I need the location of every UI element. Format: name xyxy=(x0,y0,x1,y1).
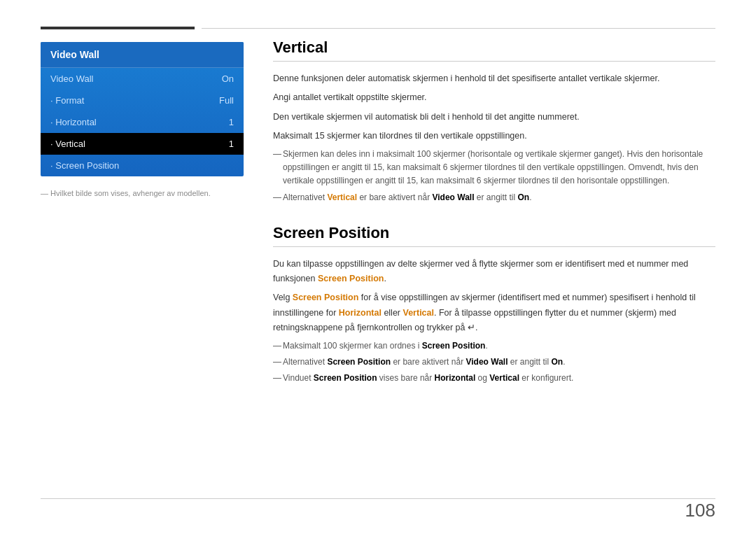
sp-note1-h1: Screen Position xyxy=(422,341,486,351)
section-screenposition-body: Du kan tilpasse oppstillingen av delte s… xyxy=(273,257,715,386)
vertical-para-1: Denne funksjonen deler automatisk skjerm… xyxy=(273,71,715,86)
sidebar-item-horizontal-label: · Horizontal xyxy=(50,117,97,127)
vertical-para-4: Maksimalt 15 skjermer kan tilordnes til … xyxy=(273,129,715,143)
section-vertical-title: Vertical xyxy=(273,38,715,62)
sidebar-item-vertical-label: · Vertical xyxy=(50,139,85,149)
sp-note3-h1: Screen Position xyxy=(314,373,377,383)
sidebar-item-vertical[interactable]: · Vertical 1 xyxy=(41,133,244,155)
sidebar-item-format-label: · Format xyxy=(50,95,84,106)
vertical-note-1: Skjermen kan deles inn i maksimalt 100 s… xyxy=(273,148,715,188)
screenposition-note-3: Vinduet Screen Position vises bare når H… xyxy=(273,372,715,385)
section-vertical-body: Denne funksjonen deler automatisk skjerm… xyxy=(273,71,715,204)
top-line-light xyxy=(202,28,715,29)
sp-note3-h2: Horizontal xyxy=(435,373,476,383)
section-vertical: Vertical Denne funksjonen deler automati… xyxy=(273,38,715,204)
screenposition-para-1: Du kan tilpasse oppstillingen av delte s… xyxy=(273,257,715,287)
sidebar-item-format-value: Full xyxy=(219,95,234,106)
sidebar-item-horizontal-value: 1 xyxy=(229,117,234,127)
section-screenposition-title: Screen Position xyxy=(273,224,715,247)
vertical-para-2: Angi antallet vertikalt oppstilte skjerm… xyxy=(273,90,715,105)
vertical-note2-videowall-highlight: Video Wall xyxy=(432,192,474,202)
vertical-note2-vertical-highlight: Vertical xyxy=(327,192,357,202)
bottom-divider-line xyxy=(41,498,715,499)
sp-note2-h3: On xyxy=(552,357,564,367)
sp-note2-h2: Video Wall xyxy=(465,357,507,367)
main-content: Vertical Denne funksjonen deler automati… xyxy=(273,38,715,499)
section-screenposition: Screen Position Du kan tilpasse oppstill… xyxy=(273,224,715,386)
sidebar-item-videowall-value: On xyxy=(222,73,234,84)
sp-note3-h3: Vertical xyxy=(489,373,519,383)
sidebar-item-horizontal[interactable]: · Horizontal 1 xyxy=(41,111,244,133)
sidebar-item-videowall[interactable]: Video Wall On xyxy=(41,68,244,90)
sidebar-item-screenposition[interactable]: · Screen Position xyxy=(41,155,244,176)
sp-note2-h1: Screen Position xyxy=(327,357,391,367)
sp-para1-highlight: Screen Position xyxy=(318,274,384,283)
page-number: 108 xyxy=(685,500,715,521)
screenposition-note-2: Alternativet Screen Position er bare akt… xyxy=(273,356,715,369)
vertical-para-3: Den vertikale skjermen vil automatisk bl… xyxy=(273,110,715,125)
top-line-dark xyxy=(41,27,195,29)
sidebar: Video Wall Video Wall On · Format Full ·… xyxy=(41,42,244,199)
sp-para2-h2: Horizontal xyxy=(339,308,382,318)
sidebar-item-screenposition-label: · Screen Position xyxy=(50,160,119,171)
sidebar-note: Hvilket bilde som vises, avhenger av mod… xyxy=(41,188,244,199)
top-decorative-lines xyxy=(0,27,756,29)
sidebar-item-format[interactable]: · Format Full xyxy=(41,90,244,111)
screenposition-note-1: Maksimalt 100 skjermer kan ordnes i Scre… xyxy=(273,339,715,353)
vertical-note2-on-highlight: On xyxy=(518,192,530,202)
sidebar-item-vertical-value: 1 xyxy=(229,139,234,149)
sidebar-header: Video Wall xyxy=(41,42,244,68)
vertical-note-2: Alternativet Vertical er bare aktivert n… xyxy=(273,191,715,204)
sidebar-menu: Video Wall Video Wall On · Format Full ·… xyxy=(41,42,244,176)
screenposition-para-2: Velg Screen Position for å vise oppstill… xyxy=(273,290,715,335)
sp-para2-h1: Screen Position xyxy=(293,293,358,302)
sp-para2-h3: Vertical xyxy=(403,308,434,318)
sidebar-item-videowall-label: Video Wall xyxy=(50,73,93,84)
